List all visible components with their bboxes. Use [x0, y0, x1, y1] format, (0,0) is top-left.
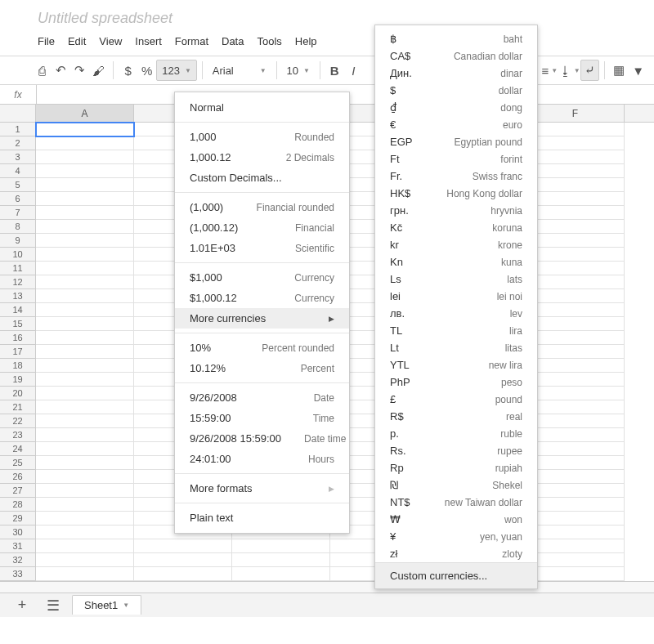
cell[interactable]: [36, 359, 134, 373]
cell[interactable]: [526, 303, 625, 317]
row-header[interactable]: 33: [0, 567, 36, 581]
cell[interactable]: [526, 567, 625, 581]
currency-option[interactable]: р.ruble: [375, 425, 537, 442]
cell[interactable]: [36, 123, 134, 136]
currency-option[interactable]: Rs.rupee: [375, 442, 537, 459]
horizontal-scrollbar[interactable]: [0, 581, 654, 593]
select-all-corner[interactable]: [0, 105, 36, 122]
row-header[interactable]: 26: [0, 470, 36, 484]
row-header[interactable]: 1: [0, 123, 36, 136]
menu-view[interactable]: View: [99, 35, 122, 47]
currency-option[interactable]: ₪Shekel: [375, 476, 537, 494]
bold-button[interactable]: B: [325, 60, 344, 81]
row-header[interactable]: 29: [0, 512, 36, 525]
undo-icon[interactable]: ↶: [52, 60, 70, 81]
row-header[interactable]: 9: [0, 234, 36, 248]
row-header[interactable]: 23: [0, 428, 36, 442]
row-header[interactable]: 4: [0, 164, 36, 178]
cell[interactable]: [36, 317, 134, 331]
currency-option[interactable]: TLlira: [375, 322, 537, 339]
currency-option[interactable]: CA$Canadian dollar: [375, 47, 537, 65]
cell[interactable]: [526, 442, 625, 456]
format-more-currencies[interactable]: More currencies▶: [175, 308, 349, 329]
cell[interactable]: [232, 567, 330, 581]
currency-option[interactable]: £pound: [375, 391, 537, 408]
currency-option[interactable]: YTLnew lira: [375, 356, 537, 373]
cell[interactable]: [526, 206, 625, 220]
currency-option[interactable]: Ltlitas: [375, 339, 537, 356]
row-header[interactable]: 6: [0, 192, 36, 206]
currency-option[interactable]: Дин.dinar: [375, 65, 537, 82]
cell[interactable]: [36, 331, 134, 345]
format-currency[interactable]: $1,000.12Currency: [175, 288, 349, 308]
row-header[interactable]: 15: [0, 317, 36, 331]
format-datetime[interactable]: 9/26/2008 15:59:00Date time: [175, 428, 349, 449]
format-financial-rounded[interactable]: (1,000)Financial rounded: [175, 197, 349, 217]
row-header[interactable]: 7: [0, 206, 36, 220]
doc-title[interactable]: Untitled spreadsheet: [0, 0, 654, 32]
cell[interactable]: [526, 456, 625, 470]
row-header[interactable]: 17: [0, 345, 36, 359]
cell[interactable]: [526, 136, 625, 150]
cell[interactable]: [526, 400, 625, 414]
currency-option[interactable]: HK$Hong Kong dollar: [375, 185, 537, 202]
menu-data[interactable]: Data: [222, 35, 244, 47]
cell[interactable]: [526, 262, 625, 275]
currency-option[interactable]: лв.lev: [375, 305, 537, 322]
print-icon[interactable]: ⎙: [33, 60, 52, 81]
cell[interactable]: [36, 553, 134, 567]
currency-option[interactable]: Fr.Swiss franc: [375, 168, 537, 185]
currency-option[interactable]: грн.hryvnia: [375, 202, 537, 219]
insert-chart-icon[interactable]: ▦: [610, 60, 629, 81]
font-size-dropdown[interactable]: 10 ▼: [282, 60, 315, 81]
format-custom-decimals[interactable]: Custom Decimals...: [175, 168, 349, 188]
cell[interactable]: [36, 428, 134, 442]
format-rounded[interactable]: 1,000Rounded: [175, 127, 349, 147]
currency-option[interactable]: €euro: [375, 116, 537, 133]
currency-option[interactable]: złzloty: [375, 545, 537, 562]
col-header-a[interactable]: A: [36, 105, 134, 122]
row-header[interactable]: 22: [0, 414, 36, 428]
currency-option[interactable]: krkrone: [375, 236, 537, 253]
row-header[interactable]: 30: [0, 525, 36, 539]
currency-option[interactable]: Lslats: [375, 271, 537, 288]
cell[interactable]: [134, 567, 232, 581]
format-time[interactable]: 15:59:00Time: [175, 408, 349, 428]
format-more-formats[interactable]: More formats▶: [175, 478, 349, 499]
currency-option[interactable]: ฿baht: [375, 30, 537, 47]
row-header[interactable]: 19: [0, 373, 36, 387]
cell[interactable]: [526, 428, 625, 442]
sheet-tab[interactable]: Sheet1 ▼: [72, 595, 141, 615]
currency-option[interactable]: R$real: [375, 408, 537, 425]
italic-button[interactable]: I: [344, 60, 363, 81]
cell[interactable]: [526, 470, 625, 484]
menu-tools[interactable]: Tools: [257, 35, 281, 47]
cell[interactable]: [36, 456, 134, 470]
cell[interactable]: [36, 414, 134, 428]
row-header[interactable]: 20: [0, 387, 36, 400]
row-header[interactable]: 13: [0, 289, 36, 303]
menu-file[interactable]: File: [38, 35, 55, 47]
row-header[interactable]: 31: [0, 539, 36, 553]
cell[interactable]: [526, 512, 625, 525]
cell[interactable]: [36, 539, 134, 553]
cell[interactable]: [36, 150, 134, 164]
cell[interactable]: [36, 387, 134, 400]
number-format-dropdown[interactable]: 123 ▼: [156, 60, 197, 81]
currency-option[interactable]: $dollar: [375, 82, 537, 99]
row-header[interactable]: 27: [0, 484, 36, 498]
cell[interactable]: [526, 178, 625, 192]
cell[interactable]: [36, 178, 134, 192]
currency-option[interactable]: Knkuna: [375, 253, 537, 271]
cell[interactable]: [134, 539, 232, 553]
row-header[interactable]: 10: [0, 248, 36, 262]
cell[interactable]: [526, 525, 625, 539]
cell[interactable]: [36, 400, 134, 414]
menu-format[interactable]: Format: [175, 35, 208, 47]
row-header[interactable]: 11: [0, 262, 36, 275]
cell[interactable]: [36, 289, 134, 303]
cell[interactable]: [526, 150, 625, 164]
row-header[interactable]: 16: [0, 331, 36, 345]
cell[interactable]: [36, 498, 134, 512]
format-hours[interactable]: 24:01:00Hours: [175, 449, 349, 469]
